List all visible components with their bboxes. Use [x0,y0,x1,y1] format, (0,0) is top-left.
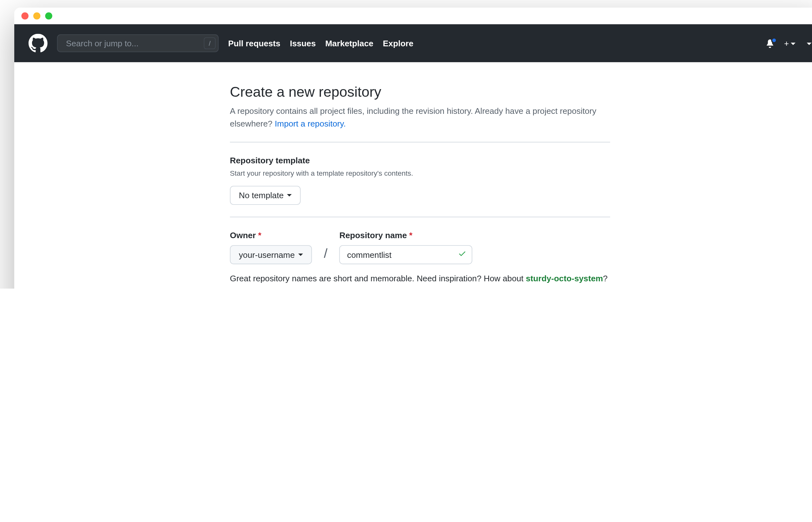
caret-down-icon [298,254,303,256]
owner-label-text: Owner [230,230,256,240]
owner-selected-value: your-username [239,250,295,259]
owner-label: Owner * [230,229,312,242]
repo-name-tip: Great repository names are short and mem… [230,273,610,285]
user-menu-dropdown[interactable] [805,37,812,49]
nav-marketplace[interactable]: Marketplace [325,37,373,49]
owner-select[interactable]: your-username [230,245,312,264]
browser-window: / Pull requests Issues Marketplace Explo… [14,7,812,288]
window-maximize-button[interactable] [45,12,52,19]
nav-issues[interactable]: Issues [290,37,316,49]
page-subtitle: A repository contains all project files,… [230,105,610,130]
search-input[interactable] [65,38,204,49]
template-select[interactable]: No template [230,186,301,205]
template-label: Repository template [230,155,610,167]
window-close-button[interactable] [21,12,28,19]
notification-indicator-icon [771,37,777,43]
caret-down-icon [288,194,292,196]
primary-nav: Pull requests Issues Marketplace Explore [228,37,413,49]
template-hint: Start your repository with a template re… [230,168,610,179]
owner-repo-separator: / [324,244,327,264]
site-header: / Pull requests Issues Marketplace Explo… [14,24,812,62]
template-selected-value: No template [239,190,283,200]
page-title: Create a new repository [230,81,610,102]
suggested-name-link[interactable]: sturdy-octo-system [526,274,603,283]
nav-explore[interactable]: Explore [383,37,413,49]
caret-down-icon [791,42,795,45]
window-minimize-button[interactable] [33,12,40,19]
nav-pull-requests[interactable]: Pull requests [228,37,280,49]
required-asterisk: * [409,230,412,240]
create-new-dropdown[interactable]: + [784,37,795,49]
main-content: Create a new repository A repository con… [192,62,648,288]
global-search[interactable]: / [57,34,219,52]
slash-shortcut-hint: / [204,37,215,49]
divider [230,217,610,217]
required-asterisk: * [258,230,261,240]
check-icon [458,249,467,261]
tip-suffix: ? [603,274,608,283]
github-logo[interactable] [28,34,47,53]
repository-name-input[interactable] [339,245,473,264]
plus-icon: + [784,38,789,47]
mac-titlebar [14,7,812,24]
reponame-label-text: Repository name [339,230,407,240]
import-repository-link[interactable]: Import a repository. [275,119,346,128]
notifications-button[interactable] [765,38,775,48]
divider [230,142,610,142]
tip-text: Great repository names are short and mem… [230,274,526,283]
caret-down-icon [807,42,812,45]
reponame-label: Repository name * [339,229,473,242]
